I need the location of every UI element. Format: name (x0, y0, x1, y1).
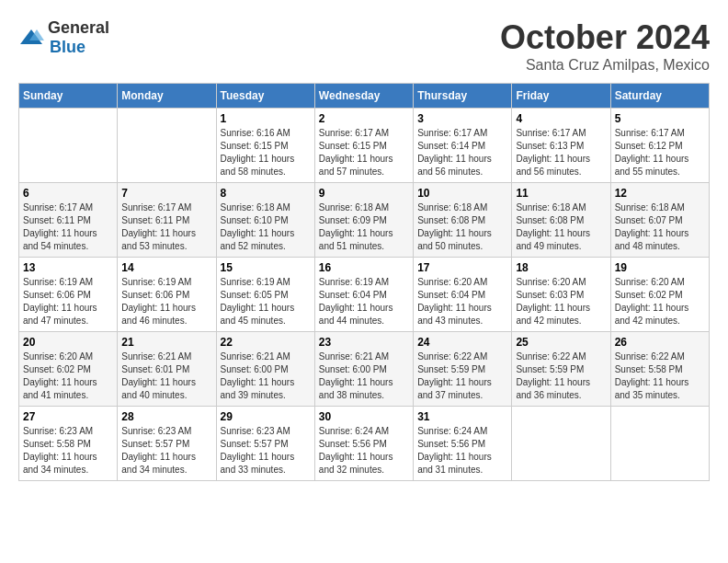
day-number: 13 (23, 261, 113, 274)
calendar-cell: 25Sunrise: 6:22 AM Sunset: 5:59 PM Dayli… (512, 332, 610, 407)
day-number: 22 (221, 336, 311, 349)
header-wednesday: Wednesday (314, 84, 413, 109)
page-header: General Blue October 2024 Santa Cruz Ami… (18, 18, 710, 74)
week-row-3: 20Sunrise: 6:20 AM Sunset: 6:02 PM Dayli… (19, 332, 710, 407)
day-number: 26 (615, 336, 705, 349)
calendar-cell: 7Sunrise: 6:17 AM Sunset: 6:11 PM Daylig… (118, 183, 216, 258)
header-monday: Monday (118, 84, 216, 109)
day-number: 30 (319, 410, 409, 423)
calendar-cell: 22Sunrise: 6:21 AM Sunset: 6:00 PM Dayli… (216, 332, 314, 407)
day-number: 31 (417, 410, 507, 423)
day-info: Sunrise: 6:22 AM Sunset: 5:59 PM Dayligh… (417, 350, 507, 402)
calendar-cell (19, 109, 118, 183)
day-info: Sunrise: 6:19 AM Sunset: 6:05 PM Dayligh… (221, 276, 311, 327)
day-info: Sunrise: 6:17 AM Sunset: 6:14 PM Dayligh… (417, 127, 507, 178)
week-row-0: 1Sunrise: 6:16 AM Sunset: 6:15 PM Daylig… (19, 109, 710, 183)
day-number: 1 (221, 112, 311, 125)
day-number: 15 (221, 261, 311, 274)
month-title: October 2024 (500, 18, 710, 57)
calendar-cell: 17Sunrise: 6:20 AM Sunset: 6:04 PM Dayli… (414, 258, 512, 332)
calendar-cell: 23Sunrise: 6:21 AM Sunset: 6:00 PM Dayli… (314, 332, 413, 407)
day-info: Sunrise: 6:19 AM Sunset: 6:06 PM Dayligh… (23, 276, 113, 327)
day-number: 27 (23, 410, 113, 423)
calendar-cell: 11Sunrise: 6:18 AM Sunset: 6:08 PM Dayli… (512, 183, 610, 258)
calendar-cell: 2Sunrise: 6:17 AM Sunset: 6:15 PM Daylig… (314, 109, 413, 183)
title-area: October 2024 Santa Cruz Amilpas, Mexico (500, 18, 710, 74)
day-info: Sunrise: 6:23 AM Sunset: 5:57 PM Dayligh… (221, 425, 311, 477)
calendar-cell: 9Sunrise: 6:18 AM Sunset: 6:09 PM Daylig… (314, 183, 413, 258)
day-info: Sunrise: 6:18 AM Sunset: 6:08 PM Dayligh… (516, 201, 606, 253)
calendar-cell: 26Sunrise: 6:22 AM Sunset: 5:58 PM Dayli… (610, 332, 709, 407)
day-number: 4 (516, 112, 606, 125)
day-number: 2 (319, 112, 409, 125)
calendar-cell (512, 407, 610, 481)
day-info: Sunrise: 6:20 AM Sunset: 6:02 PM Dayligh… (23, 350, 113, 402)
calendar-cell: 4Sunrise: 6:17 AM Sunset: 6:13 PM Daylig… (512, 109, 610, 183)
location-title: Santa Cruz Amilpas, Mexico (500, 57, 710, 74)
day-info: Sunrise: 6:18 AM Sunset: 6:08 PM Dayligh… (417, 201, 507, 253)
day-info: Sunrise: 6:20 AM Sunset: 6:03 PM Dayligh… (516, 276, 606, 327)
day-number: 18 (516, 261, 606, 274)
header-friday: Friday (512, 84, 610, 109)
header-saturday: Saturday (610, 84, 709, 109)
day-info: Sunrise: 6:17 AM Sunset: 6:15 PM Dayligh… (319, 127, 409, 178)
calendar-cell: 5Sunrise: 6:17 AM Sunset: 6:12 PM Daylig… (610, 109, 709, 183)
calendar-cell: 13Sunrise: 6:19 AM Sunset: 6:06 PM Dayli… (19, 258, 118, 332)
day-number: 5 (615, 112, 705, 125)
day-info: Sunrise: 6:17 AM Sunset: 6:11 PM Dayligh… (23, 201, 113, 253)
day-number: 25 (516, 336, 606, 349)
calendar-cell: 30Sunrise: 6:24 AM Sunset: 5:56 PM Dayli… (314, 407, 413, 481)
day-info: Sunrise: 6:17 AM Sunset: 6:13 PM Dayligh… (516, 127, 606, 178)
day-number: 24 (417, 336, 507, 349)
calendar-cell: 21Sunrise: 6:21 AM Sunset: 6:01 PM Dayli… (118, 332, 216, 407)
calendar-header-row: SundayMondayTuesdayWednesdayThursdayFrid… (19, 84, 710, 109)
calendar-cell: 16Sunrise: 6:19 AM Sunset: 6:04 PM Dayli… (314, 258, 413, 332)
day-info: Sunrise: 6:18 AM Sunset: 6:10 PM Dayligh… (221, 201, 311, 253)
logo: General Blue (18, 18, 109, 57)
calendar-cell (610, 407, 709, 481)
calendar-cell: 31Sunrise: 6:24 AM Sunset: 5:56 PM Dayli… (414, 407, 512, 481)
calendar-cell: 29Sunrise: 6:23 AM Sunset: 5:57 PM Dayli… (216, 407, 314, 481)
day-number: 9 (319, 187, 409, 200)
day-number: 28 (121, 410, 211, 423)
day-info: Sunrise: 6:21 AM Sunset: 6:00 PM Dayligh… (319, 350, 409, 402)
day-info: Sunrise: 6:22 AM Sunset: 5:59 PM Dayligh… (516, 350, 606, 402)
day-info: Sunrise: 6:20 AM Sunset: 6:02 PM Dayligh… (615, 276, 705, 327)
day-number: 23 (319, 336, 409, 349)
calendar-cell: 3Sunrise: 6:17 AM Sunset: 6:14 PM Daylig… (414, 109, 512, 183)
week-row-2: 13Sunrise: 6:19 AM Sunset: 6:06 PM Dayli… (19, 258, 710, 332)
header-sunday: Sunday (19, 84, 118, 109)
calendar-cell: 15Sunrise: 6:19 AM Sunset: 6:05 PM Dayli… (216, 258, 314, 332)
day-number: 17 (417, 261, 507, 274)
day-number: 11 (516, 187, 606, 200)
day-number: 6 (23, 187, 113, 200)
calendar-cell: 8Sunrise: 6:18 AM Sunset: 6:10 PM Daylig… (216, 183, 314, 258)
day-number: 10 (417, 187, 507, 200)
header-tuesday: Tuesday (216, 84, 314, 109)
calendar-cell: 10Sunrise: 6:18 AM Sunset: 6:08 PM Dayli… (414, 183, 512, 258)
day-info: Sunrise: 6:21 AM Sunset: 6:00 PM Dayligh… (221, 350, 311, 402)
day-info: Sunrise: 6:17 AM Sunset: 6:11 PM Dayligh… (121, 201, 211, 253)
logo-text-blue: Blue (50, 38, 85, 56)
calendar-cell: 1Sunrise: 6:16 AM Sunset: 6:15 PM Daylig… (216, 109, 314, 183)
day-info: Sunrise: 6:22 AM Sunset: 5:58 PM Dayligh… (615, 350, 705, 402)
day-info: Sunrise: 6:18 AM Sunset: 6:09 PM Dayligh… (319, 201, 409, 253)
day-info: Sunrise: 6:17 AM Sunset: 6:12 PM Dayligh… (615, 127, 705, 178)
day-info: Sunrise: 6:18 AM Sunset: 6:07 PM Dayligh… (615, 201, 705, 253)
day-info: Sunrise: 6:16 AM Sunset: 6:15 PM Dayligh… (221, 127, 311, 178)
day-number: 19 (615, 261, 705, 274)
calendar-cell: 6Sunrise: 6:17 AM Sunset: 6:11 PM Daylig… (19, 183, 118, 258)
calendar-cell: 20Sunrise: 6:20 AM Sunset: 6:02 PM Dayli… (19, 332, 118, 407)
day-info: Sunrise: 6:20 AM Sunset: 6:04 PM Dayligh… (417, 276, 507, 327)
calendar-cell (118, 109, 216, 183)
day-number: 14 (121, 261, 211, 274)
calendar-cell: 27Sunrise: 6:23 AM Sunset: 5:58 PM Dayli… (19, 407, 118, 481)
week-row-1: 6Sunrise: 6:17 AM Sunset: 6:11 PM Daylig… (19, 183, 710, 258)
day-number: 29 (221, 410, 311, 423)
logo-icon (18, 28, 44, 48)
day-number: 7 (121, 187, 211, 200)
header-thursday: Thursday (414, 84, 512, 109)
day-number: 16 (319, 261, 409, 274)
week-row-4: 27Sunrise: 6:23 AM Sunset: 5:58 PM Dayli… (19, 407, 710, 481)
calendar-cell: 24Sunrise: 6:22 AM Sunset: 5:59 PM Dayli… (414, 332, 512, 407)
